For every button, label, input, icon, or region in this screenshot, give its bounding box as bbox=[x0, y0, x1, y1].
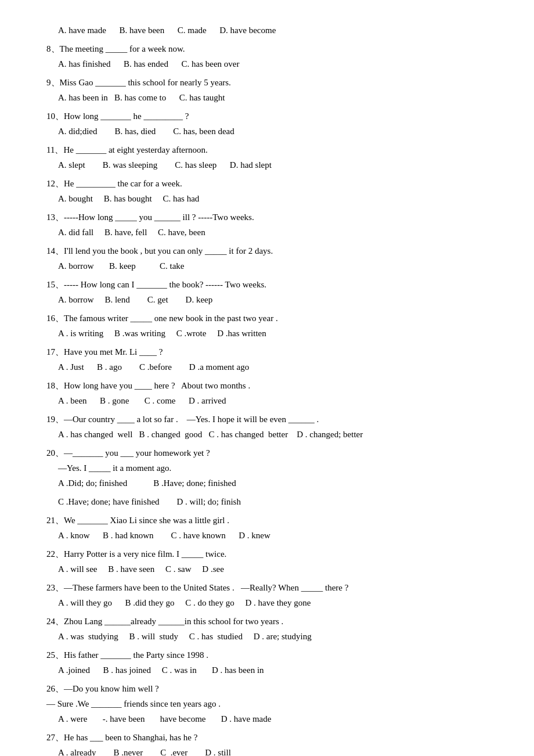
q27-options: A . already B .never C .ever D . still bbox=[46, 746, 488, 756]
q11-options: A. slept B. was sleeping C. has sleep D.… bbox=[46, 158, 488, 172]
q13-block: 13、-----How long _____ you ______ ill ? … bbox=[46, 210, 488, 239]
q26-block: 26、—Do you know him well ? — Sure .We __… bbox=[46, 682, 488, 726]
q16-question: 16、The famous writer _____ one new book … bbox=[46, 311, 488, 325]
q23-block: 23、—These farmers have been to the Unite… bbox=[46, 581, 488, 610]
q24-block: 24、Zhou Lang ______already ______in this… bbox=[46, 614, 488, 643]
q21-block: 21、We _______ Xiao Li since she was a li… bbox=[46, 513, 488, 542]
q13-options: A. did fall B. have, fell C. have, been bbox=[46, 225, 488, 239]
q9-block: 9、Miss Gao _______ this school for nearl… bbox=[46, 75, 488, 105]
q10-options: A. did;died B. has, died C. has, been de… bbox=[46, 124, 488, 138]
q10-block: 10、How long _______ he _________ ? A. di… bbox=[46, 109, 488, 138]
q25-block: 25、His father _______ the Party since 19… bbox=[46, 648, 488, 677]
q14-question: 14、I'll lend you the book , but you can … bbox=[46, 244, 488, 258]
q19-options: A . has changed well B . changed good C … bbox=[46, 427, 488, 441]
q9-question: 9、Miss Gao _______ this school for nearl… bbox=[46, 75, 488, 89]
q11-question: 11、He _______ at eight yesterday afterno… bbox=[46, 143, 488, 157]
q18-block: 18、How long have you ____ here ? About t… bbox=[46, 379, 488, 408]
q14-block: 14、I'll lend you the book , but you can … bbox=[46, 244, 488, 273]
q20-options1: A .Did; do; finished B .Have; done; fini… bbox=[46, 476, 488, 490]
top-options-block: A. have made B. have been C. made D. hav… bbox=[46, 23, 488, 37]
q24-options: A . was studying B . will study C . has … bbox=[46, 629, 488, 643]
q15-question: 15、----- How long can I _______ the book… bbox=[46, 278, 488, 291]
q26-question2: — Sure .We _______ friends since ten yea… bbox=[46, 697, 488, 711]
q26-options: A . were -. have been have become D . ha… bbox=[46, 712, 488, 726]
q27-question: 27、He has ___ been to Shanghai, has he ? bbox=[46, 730, 488, 744]
q15-block: 15、----- How long can I _______ the book… bbox=[46, 278, 488, 307]
q20-question2: —Yes. I _____ it a moment ago. bbox=[46, 461, 488, 475]
q19-block: 19、—Our country ____ a lot so far . —Yes… bbox=[46, 412, 488, 441]
q9-options: A. has been in B. has come to C. has tau… bbox=[46, 91, 488, 105]
q8-options: A. has finished B. has ended C. has been… bbox=[46, 57, 488, 71]
q23-options: A . will they go B .did they go C . do t… bbox=[46, 596, 488, 610]
q8-question: 8、The meeting _____ for a week now. bbox=[46, 42, 488, 56]
q11-block: 11、He _______ at eight yesterday afterno… bbox=[46, 143, 488, 172]
q13-question: 13、-----How long _____ you ______ ill ? … bbox=[46, 210, 488, 224]
q12-options: A. bought B. has bought C. has had bbox=[46, 192, 488, 206]
q25-question: 25、His father _______ the Party since 19… bbox=[46, 648, 488, 662]
q21-options: A . know B . had known C . have known D … bbox=[46, 528, 488, 542]
q20-question: 20、—_______ you ___ your homework yet ? bbox=[46, 446, 488, 460]
q27-block: 27、He has ___ been to Shanghai, has he ?… bbox=[46, 730, 488, 756]
q24-question: 24、Zhou Lang ______already ______in this… bbox=[46, 614, 488, 628]
q16-block: 16、The famous writer _____ one new book … bbox=[46, 311, 488, 340]
q19-question: 19、—Our country ____ a lot so far . —Yes… bbox=[46, 412, 488, 426]
q22-question: 22、Harry Potter is a very nice film. I _… bbox=[46, 547, 488, 561]
q17-block: 17、Have you met Mr. Li ____ ? A . Just B… bbox=[46, 345, 488, 374]
q22-options: A . will see B . have seen C . saw D .se… bbox=[46, 562, 488, 576]
q20-options2: C .Have; done; have finished D . will; d… bbox=[46, 495, 488, 509]
q26-question1: 26、—Do you know him well ? bbox=[46, 682, 488, 696]
q18-options: A . been B . gone C . come D . arrived bbox=[46, 394, 488, 408]
q12-block: 12、He _________ the car for a week. A. b… bbox=[46, 177, 488, 206]
q18-question: 18、How long have you ____ here ? About t… bbox=[46, 379, 488, 393]
q12-question: 12、He _________ the car for a week. bbox=[46, 177, 488, 190]
q21-question: 21、We _______ Xiao Li since she was a li… bbox=[46, 513, 488, 527]
top-options-line: A. have made B. have been C. made D. hav… bbox=[46, 23, 488, 37]
q25-options: A .joined B . has joined C . was in D . … bbox=[46, 663, 488, 677]
q17-options: A . Just B . ago C .before D .a moment a… bbox=[46, 360, 488, 374]
worksheet-content: A. have made B. have been C. made D. hav… bbox=[46, 23, 488, 756]
q23-question: 23、—These farmers have been to the Unite… bbox=[46, 581, 488, 595]
q20-block: 20、—_______ you ___ your homework yet ? … bbox=[46, 446, 488, 509]
q14-options: A. borrow B. keep C. take bbox=[46, 259, 488, 273]
q15-options: A. borrow B. lend C. get D. keep bbox=[46, 293, 488, 307]
q22-block: 22、Harry Potter is a very nice film. I _… bbox=[46, 547, 488, 576]
q16-options: A . is writing B .was writing C .wrote D… bbox=[46, 326, 488, 340]
q17-question: 17、Have you met Mr. Li ____ ? bbox=[46, 345, 488, 359]
q10-question: 10、How long _______ he _________ ? bbox=[46, 109, 488, 123]
q8-block: 8、The meeting _____ for a week now. A. h… bbox=[46, 42, 488, 71]
